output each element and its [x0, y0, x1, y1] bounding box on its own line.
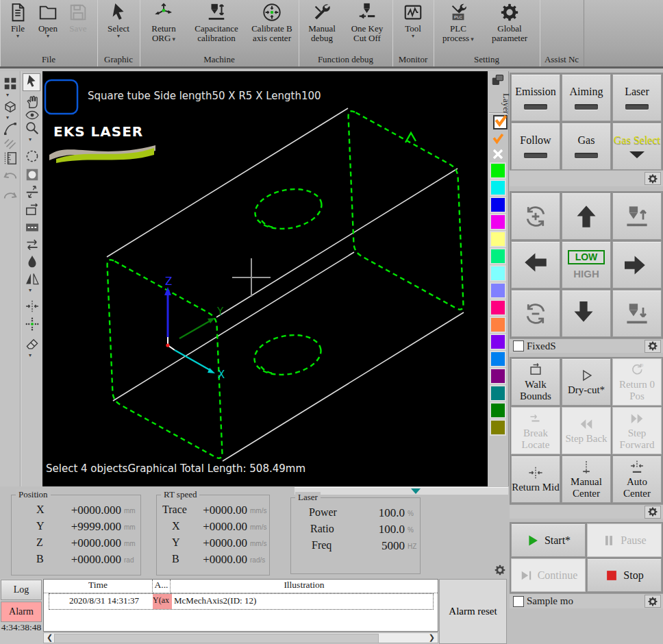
follow-up-button[interactable]	[612, 193, 662, 240]
canvas-horizontal-scrollbar[interactable]	[295, 487, 508, 495]
layer-tab[interactable]: Layer	[484, 93, 512, 110]
log-table-row[interactable]: 2020/8/31 14:31:37 Y(ax McMechAxis2(ID: …	[49, 594, 433, 609]
step-forward-button[interactable]: Step Forward	[612, 407, 662, 454]
low-speed-badge[interactable]: LOW	[568, 250, 605, 264]
undo-button[interactable]	[1, 169, 19, 187]
block-array-tool[interactable]	[1, 75, 19, 93]
color-swatch[interactable]	[491, 421, 505, 434]
color-swatch[interactable]	[491, 335, 505, 349]
follow-button[interactable]: Follow	[511, 123, 560, 170]
color-swatch[interactable]	[491, 215, 505, 229]
color-swatch[interactable]	[491, 164, 505, 177]
center-align-tool[interactable]	[23, 298, 41, 316]
global-parameter-button[interactable]: Global parameter	[481, 2, 538, 42]
swap-direction-tool[interactable]	[23, 236, 41, 254]
dry-cut-button[interactable]: Dry-cut*	[562, 358, 611, 406]
jog-up-button[interactable]	[562, 193, 611, 240]
column-header-axis[interactable]: A...	[153, 580, 171, 593]
column-header-illustration[interactable]: Illustration	[171, 580, 438, 593]
jog-right-button[interactable]	[612, 241, 662, 288]
color-swatch[interactable]	[491, 369, 505, 383]
file-button[interactable]: File	[3, 2, 33, 38]
return-0-pos-button[interactable]: Return 0 Pos	[612, 358, 662, 406]
save-button[interactable]: Save	[63, 2, 93, 34]
status-settings-gear[interactable]	[492, 563, 508, 576]
step-back-button[interactable]: Step Back	[562, 407, 611, 454]
color-swatch[interactable]	[491, 318, 505, 332]
follow-down-button[interactable]	[612, 290, 662, 337]
one-key-cut-off-button[interactable]: One Key Cut Off	[344, 2, 390, 42]
color-swatch[interactable]	[491, 301, 505, 314]
alarm-reset-button[interactable]: Alarm reset	[439, 579, 507, 644]
laser-button[interactable]: Laser	[612, 74, 662, 121]
measure-tool[interactable]	[1, 150, 19, 168]
dash-display-tool[interactable]	[23, 219, 41, 237]
open-button[interactable]: Open	[33, 2, 63, 38]
view-3d-tool[interactable]	[1, 99, 19, 116]
fixeds-checkbox[interactable]	[513, 340, 524, 351]
scroll-left-arrow[interactable]: ❮	[47, 633, 53, 642]
scroll-right-arrow[interactable]: ❯	[429, 633, 435, 642]
select-button[interactable]: Select	[99, 2, 138, 38]
return-mid-button[interactable]: Return Mid	[511, 456, 560, 503]
color-swatch[interactable]	[491, 181, 505, 195]
apply-check-icon[interactable]	[491, 132, 505, 145]
fill-display-tool[interactable]	[23, 166, 41, 184]
select-tool[interactable]	[23, 73, 40, 91]
gas-select-button[interactable]: Gas Select	[612, 123, 662, 170]
rotate-plus-button[interactable]	[511, 193, 560, 240]
jog-settings-gear[interactable]	[645, 340, 661, 353]
start-button[interactable]: Start*	[511, 523, 586, 557]
pause-button[interactable]: Pause	[587, 523, 662, 557]
break-locate-button[interactable]: Break Locate	[511, 407, 560, 454]
sample-mode-checkbox[interactable]	[513, 596, 524, 607]
mirror-tool[interactable]	[23, 271, 41, 288]
walk-bounds-button[interactable]: Walk Bounds	[511, 358, 560, 406]
color-swatch[interactable]	[491, 352, 505, 366]
zoom-tool[interactable]	[23, 120, 41, 138]
center-mark-tool[interactable]	[23, 148, 41, 166]
color-swatch[interactable]	[491, 386, 505, 400]
droplet-tool[interactable]	[23, 253, 41, 271]
emission-button[interactable]: Emission	[511, 74, 560, 121]
column-header-time[interactable]: Time	[44, 580, 153, 593]
auto-center-button[interactable]: Auto Center	[612, 456, 662, 503]
eraser-tool[interactable]	[23, 336, 41, 354]
speed-toggle-button[interactable]: LOWHIGH	[562, 241, 611, 288]
stop-button[interactable]: Stop	[587, 558, 662, 592]
color-swatch[interactable]	[491, 198, 505, 212]
tab-alarm[interactable]: Alarm	[1, 602, 42, 622]
operations-settings-gear[interactable]	[645, 506, 661, 519]
continue-button[interactable]: Continue	[511, 558, 586, 592]
bounds-tool[interactable]	[23, 202, 41, 220]
jog-left-button[interactable]	[511, 241, 560, 288]
color-swatch[interactable]	[491, 249, 505, 263]
tool-button[interactable]: Tool	[394, 2, 432, 38]
color-swatch[interactable]	[491, 232, 505, 246]
redo-button[interactable]	[1, 189, 19, 207]
manual-center-button[interactable]: Manual Center	[562, 456, 611, 503]
snap-center-tool[interactable]	[23, 316, 41, 334]
gas-button[interactable]: Gas	[562, 123, 611, 170]
layer-visibility-checkbox[interactable]	[493, 115, 508, 129]
calibrate-b-axis-button[interactable]: Calibrate B axis center	[247, 2, 297, 42]
color-swatch[interactable]	[491, 267, 505, 280]
capacitance-calibration-button[interactable]: Capacitance calibration	[188, 2, 245, 42]
clear-x-icon[interactable]	[492, 148, 504, 160]
rotate-minus-button[interactable]	[511, 290, 560, 337]
align-to-line-tool[interactable]	[23, 184, 41, 201]
laser-settings-gear[interactable]	[645, 172, 661, 185]
high-speed-label[interactable]: HIGH	[573, 269, 599, 280]
return-org-button[interactable]: Return ORG	[141, 2, 186, 42]
drawing-canvas[interactable]: Z Y X Square tube Side length50 X R5 X L…	[42, 71, 488, 486]
scrollbar-thumb[interactable]	[54, 634, 379, 643]
jog-down-button[interactable]	[562, 290, 611, 337]
log-horizontal-scrollbar[interactable]: ❮ ❯	[43, 632, 438, 643]
tab-log[interactable]: Log	[1, 580, 42, 600]
run-settings-gear[interactable]	[645, 595, 661, 608]
plc-process-button[interactable]: PLC process	[436, 2, 480, 42]
color-swatch[interactable]	[491, 404, 505, 417]
aiming-button[interactable]: Aiming	[562, 74, 611, 121]
color-swatch[interactable]	[491, 284, 505, 297]
manual-debug-button[interactable]: Manual debug	[301, 2, 342, 42]
